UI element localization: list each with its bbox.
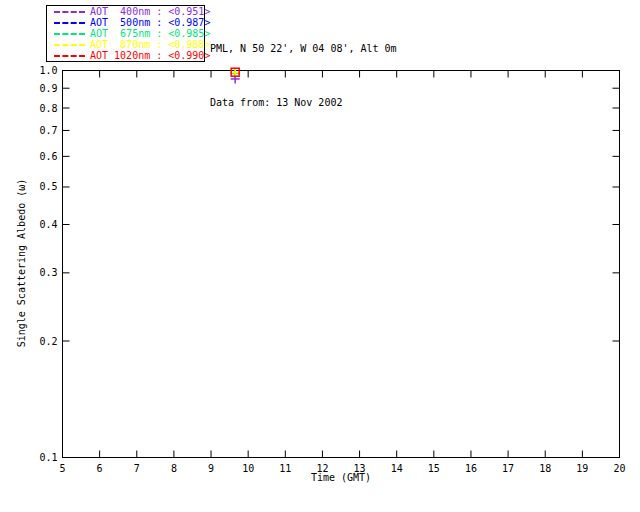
legend-entry: AOT 1020nm : <0.990>: [47, 50, 204, 61]
x-tick-label: 19: [576, 463, 588, 474]
y-tick-label: 1.0: [39, 65, 57, 76]
plot-titles: PML, N 50 22', W 04 08', Alt 0m Data fro…: [210, 4, 397, 148]
legend-entry-label: AOT 500nm : <0.987>: [90, 17, 210, 28]
legend-line-sample: [54, 11, 85, 13]
x-tick-label: 7: [134, 463, 140, 474]
y-tick-label: 0.5: [39, 181, 57, 192]
x-tick-label: 17: [502, 463, 514, 474]
legend-entry-label: AOT 870nm : <0.988>: [90, 39, 210, 50]
legend-line-sample: [54, 55, 85, 57]
legend-line-sample: [54, 22, 85, 24]
y-tick-label: 0.9: [39, 83, 57, 94]
x-tick-label: 10: [242, 463, 254, 474]
ssa-plot-screenshot: 5678910111213141516171819201.00.90.80.70…: [0, 0, 640, 512]
y-tick-label: 0.7: [39, 125, 57, 136]
legend-entry: AOT 675nm : <0.985>: [47, 28, 204, 39]
y-tick-label: 0.3: [39, 267, 57, 278]
y-tick-label: 0.4: [39, 219, 57, 230]
x-tick-label: 5: [59, 463, 65, 474]
date-title: Data from: 13 Nov 2002: [210, 94, 397, 112]
x-axis-title: Time (GMT): [311, 472, 371, 483]
y-tick-label: 0.6: [39, 151, 57, 162]
legend-entry-label: AOT 1020nm : <0.990>: [90, 50, 210, 61]
x-tick-label: 6: [97, 463, 103, 474]
x-tick-label: 16: [465, 463, 477, 474]
legend-box: AOT 400nm : <0.951>AOT 500nm : <0.987>AO…: [46, 5, 205, 62]
station-title: PML, N 50 22', W 04 08', Alt 0m: [210, 40, 397, 58]
x-tick-label: 18: [539, 463, 551, 474]
y-axis-title: Single Scattering Albedo (ω): [16, 179, 27, 348]
y-tick-label: 0.2: [39, 336, 57, 347]
legend-entry-label: AOT 400nm : <0.951>: [90, 6, 210, 17]
y-tick-label: 0.1: [39, 452, 57, 463]
legend-entry-label: AOT 675nm : <0.985>: [90, 28, 210, 39]
x-tick-label: 15: [428, 463, 440, 474]
x-tick-label: 20: [613, 463, 625, 474]
y-tick-label: 0.8: [39, 103, 57, 114]
x-tick-label: 11: [279, 463, 291, 474]
legend-entry: AOT 400nm : <0.951>: [47, 6, 204, 17]
legend-entry: AOT 500nm : <0.987>: [47, 17, 204, 28]
legend-entry: AOT 870nm : <0.988>: [47, 39, 204, 50]
legend-line-sample: [54, 33, 85, 35]
x-tick-label: 9: [208, 463, 214, 474]
x-tick-label: 8: [171, 463, 177, 474]
x-tick-label: 14: [391, 463, 403, 474]
legend-line-sample: [54, 44, 85, 46]
